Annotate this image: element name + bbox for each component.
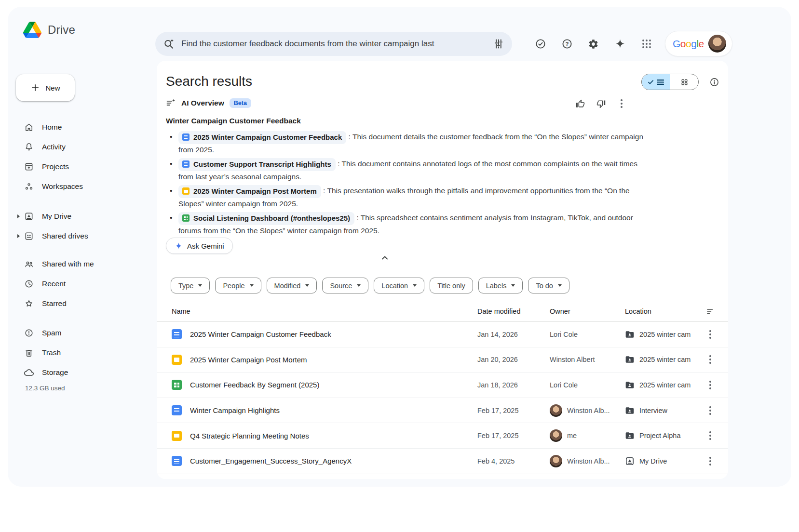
help-button[interactable]: ?: [554, 33, 580, 54]
docs-file-icon: [172, 329, 182, 339]
document-chip[interactable]: Customer Support Transcript Highlights: [178, 158, 336, 171]
details-info-button[interactable]: [709, 77, 719, 89]
location-chip[interactable]: My Drive: [625, 456, 702, 466]
sidebar-item-workspaces[interactable]: Workspaces: [8, 176, 150, 196]
storage-used-label: 12.3 GB used: [25, 385, 65, 392]
shared-folder-icon: [625, 380, 635, 390]
filter-chip-source[interactable]: Source: [322, 278, 368, 293]
ai-overflow-menu-button[interactable]: [616, 98, 627, 109]
search-spark-icon: [163, 38, 175, 50]
grid-view-button[interactable]: [670, 74, 698, 90]
row-menu-button[interactable]: [702, 333, 718, 335]
table-row[interactable]: Customer Feedback By Segment (2025) Jan …: [157, 372, 728, 398]
thumbs-down-button[interactable]: [595, 98, 607, 109]
owner-name: Winston Alb...: [567, 457, 610, 465]
expand-caret-icon[interactable]: [17, 214, 20, 218]
search-bar[interactable]: Find the customer feedback documents fro…: [155, 32, 512, 56]
nav-group-1: Home Activity Projects Workspaces: [8, 117, 150, 196]
date-modified: Feb 4, 2025: [477, 457, 550, 465]
filter-chip-modified[interactable]: Modified: [267, 278, 317, 293]
row-menu-button[interactable]: [702, 359, 718, 360]
table-row[interactable]: Winter Campaign Highlights Feb 17, 2025 …: [157, 398, 728, 424]
sheets-file-icon: [182, 214, 190, 222]
docs-file-icon: [182, 160, 190, 168]
svg-text:?: ?: [565, 41, 569, 47]
topbar-icons: ?: [527, 32, 660, 56]
sidebar-item-activity[interactable]: Activity: [8, 137, 150, 157]
sidebar-item-shared-drives[interactable]: Shared drives: [8, 226, 150, 246]
sidebar-item-starred[interactable]: Starred: [8, 293, 150, 313]
filter-chip-labels[interactable]: Labels: [478, 278, 523, 293]
location-chip[interactable]: Project Alpha: [625, 431, 702, 440]
sidebar-item-my-drive[interactable]: My Drive: [8, 206, 150, 226]
document-chip[interactable]: 2025 Winter Campaign Customer Feedback: [178, 131, 346, 144]
column-header-name[interactable]: Name: [172, 307, 477, 315]
drive-brand[interactable]: Drive: [23, 7, 75, 53]
location-chip[interactable]: 2025 winter cam: [625, 380, 702, 390]
search-input[interactable]: Find the customer feedback documents fro…: [181, 39, 493, 49]
apps-grid-button[interactable]: [633, 33, 660, 54]
offline-ready-button[interactable]: [527, 33, 554, 54]
ai-bullet-item: Social Listening Dashboard (#ontheslopes…: [166, 212, 644, 236]
filter-chip-location[interactable]: Location: [374, 278, 424, 293]
document-chip[interactable]: Social Listening Dashboard (#ontheslopes…: [178, 212, 354, 225]
filter-chip-title-only[interactable]: Title only: [430, 278, 473, 293]
list-view-button[interactable]: [642, 74, 670, 90]
settings-button[interactable]: [580, 33, 607, 54]
row-menu-button[interactable]: [702, 384, 718, 386]
ai-overview-heading: Winter Campaign Customer Feedback: [166, 117, 301, 125]
sort-button[interactable]: [702, 307, 718, 316]
column-header-location[interactable]: Location: [625, 307, 702, 315]
row-menu-button[interactable]: [702, 460, 718, 462]
info-icon: [709, 77, 719, 87]
sidebar-item-storage[interactable]: Storage: [8, 362, 150, 382]
trash-icon: [24, 348, 34, 358]
thumbs-up-icon: [576, 99, 585, 108]
thumbs-up-button[interactable]: [574, 98, 586, 109]
sidebar-item-recent[interactable]: Recent: [8, 274, 150, 293]
row-menu-button[interactable]: [702, 435, 718, 437]
filter-chip-type[interactable]: Type: [171, 278, 210, 293]
filter-chip-to-do[interactable]: To do: [528, 278, 569, 293]
sheets-file-icon: [172, 380, 182, 390]
table-row[interactable]: 2025 Winter Campaign Customer Feedback J…: [157, 322, 728, 347]
filter-chip-people[interactable]: People: [215, 278, 261, 293]
check-icon: [648, 79, 654, 85]
collapse-ai-overview-button[interactable]: [380, 254, 389, 263]
sidebar-item-label: Spam: [42, 329, 62, 337]
expand-caret-icon[interactable]: [17, 234, 20, 238]
spam-icon: [24, 328, 34, 338]
document-chip[interactable]: 2025 Winter Campaign Post Mortem: [178, 185, 321, 198]
sidebar-item-label: Storage: [42, 368, 68, 377]
column-header-owner[interactable]: Owner: [550, 307, 625, 315]
sidebar-item-projects[interactable]: Projects: [8, 157, 150, 176]
table-row[interactable]: Q4 Strategic Planning Meeting Notes Feb …: [157, 423, 728, 449]
list-icon: [657, 79, 664, 85]
table-row[interactable]: 2025 Winter Campaign Post Mortem Jan 20,…: [157, 347, 728, 373]
chevron-down-icon: [413, 284, 417, 287]
offline-ready-icon: [535, 38, 546, 50]
gemini-button[interactable]: [607, 33, 633, 54]
sidebar-item-label: Recent: [42, 279, 66, 288]
chevron-down-icon: [357, 284, 361, 287]
tune-sliders-icon[interactable]: [493, 38, 504, 50]
account-avatar[interactable]: [708, 35, 726, 53]
sidebar-item-spam[interactable]: Spam: [8, 323, 150, 343]
location-chip[interactable]: 2025 winter cam: [625, 330, 702, 339]
row-menu-button[interactable]: [702, 410, 718, 412]
new-button[interactable]: New: [16, 74, 75, 101]
sidebar-item-home[interactable]: Home: [8, 117, 150, 137]
projects-icon: [24, 162, 34, 172]
sidebar-item-shared-with-me[interactable]: Shared with me: [8, 254, 150, 274]
ask-gemini-button[interactable]: Ask Gemini: [166, 238, 233, 254]
table-row[interactable]: Customer_Engagement_Success_Story_Agency…: [157, 449, 728, 474]
sidebar-item-trash[interactable]: Trash: [8, 343, 150, 362]
location-chip[interactable]: Interview: [625, 406, 702, 415]
sidebar-item-label: Projects: [42, 162, 69, 171]
owner-name: Lori Cole: [550, 331, 578, 338]
google-account-pill[interactable]: Google: [665, 31, 732, 56]
location-chip[interactable]: 2025 winter cam: [625, 355, 702, 364]
column-header-date-modified[interactable]: Date modified: [477, 307, 550, 315]
kebab-icon: [709, 410, 711, 412]
sidebar-item-label: Shared drives: [42, 232, 88, 240]
